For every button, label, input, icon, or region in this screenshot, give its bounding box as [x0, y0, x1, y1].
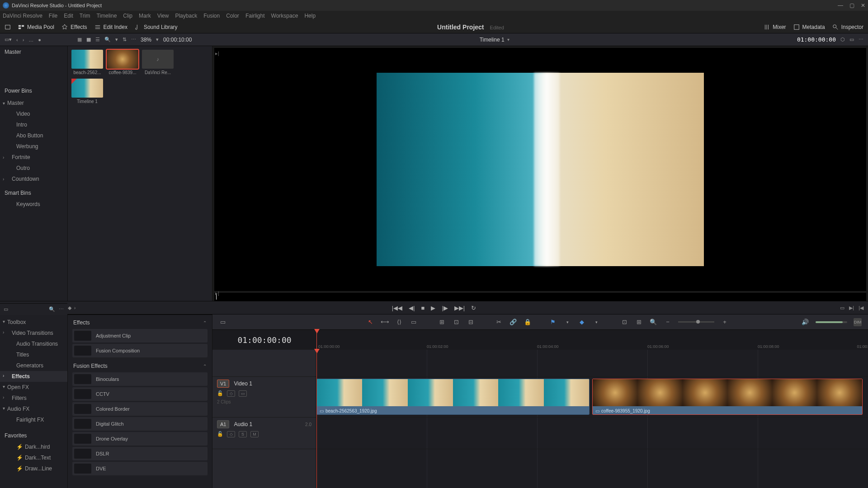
marker-nav-icon[interactable]: ◆	[68, 305, 71, 311]
bin-outro[interactable]: Outro	[0, 163, 67, 174]
first-frame-button[interactable]: |◀◀	[392, 305, 402, 311]
last-frame-button[interactable]: ▶▶|	[454, 305, 465, 311]
flag-icon[interactable]: ⚑	[549, 318, 557, 326]
viewer-timecode[interactable]: 01:00:00:00	[797, 36, 836, 43]
master-bin-header[interactable]: Master	[0, 46, 67, 58]
fx-open-fx[interactable]: ▾Open FX	[0, 382, 67, 393]
playhead[interactable]	[316, 330, 317, 350]
bin-werbung[interactable]: Werbung	[0, 141, 67, 152]
volume-slider[interactable]	[816, 321, 847, 323]
timeline-dropdown-icon[interactable]: ▾	[507, 37, 509, 42]
effects-search-icon[interactable]: 🔍	[49, 306, 55, 312]
flag-dropdown-icon[interactable]: ▾	[563, 318, 571, 326]
stop-button[interactable]: ■	[421, 305, 425, 311]
replace-clip-icon[interactable]: ⊟	[467, 318, 475, 326]
menu-mark[interactable]: Mark	[139, 13, 151, 19]
fx-dslr[interactable]: DSLR	[72, 447, 208, 460]
menu-davinci-resolve[interactable]: DaVinci Resolve	[3, 13, 42, 19]
dynamic-trim-icon[interactable]: ⟨⟩	[395, 318, 403, 326]
fx-video-transitions[interactable]: ›Video Transitions	[0, 328, 67, 338]
fx-generators[interactable]: Generators	[0, 360, 67, 371]
fx-fav-3[interactable]: ⚡Draw...Line	[0, 463, 67, 474]
loop-button[interactable]: ↻	[471, 305, 476, 311]
timeline-ruler[interactable]: 01:00:00:00 01:00:02:00 01:00:04:00 01:0…	[316, 330, 868, 350]
breadcrumb-dots[interactable]: …	[28, 37, 33, 42]
viewer-scrubber[interactable]	[214, 293, 866, 301]
fx-drone-overlay[interactable]: Drone Overlay	[72, 432, 208, 446]
filter-button[interactable]: ⇅	[123, 37, 127, 42]
quick-export-button[interactable]	[5, 24, 11, 30]
selection-tool-icon[interactable]: ↖	[366, 318, 374, 326]
media-thumb-coffee[interactable]: coffee-9839...	[107, 50, 138, 75]
effects-library-toggle[interactable]: Effects	[61, 24, 87, 30]
zoom-custom-icon[interactable]: 🔍	[649, 318, 657, 326]
a1-mute-button[interactable]: M	[250, 431, 259, 437]
inspector-toggle[interactable]: Inspector	[832, 24, 863, 30]
menu-help[interactable]: Help	[304, 13, 316, 19]
minimize-button[interactable]: —	[838, 2, 843, 9]
bin-video[interactable]: Video	[0, 108, 67, 119]
viewer-canvas[interactable]	[214, 48, 866, 291]
fx-adjustment-clip[interactable]: Adjustment Clip	[72, 329, 208, 343]
fx-fairlight-fx[interactable]: Fairlight FX	[0, 414, 67, 425]
menu-playback[interactable]: Playback	[175, 13, 197, 19]
mixer-toggle[interactable]: Mixer	[764, 24, 786, 30]
next-edit-icon[interactable]: ›	[74, 305, 76, 311]
menu-workspace[interactable]: Workspace	[271, 13, 298, 19]
sort-dropdown[interactable]: ▾	[115, 37, 118, 42]
effects-options-icon[interactable]: ⋯	[59, 306, 64, 312]
bin-intro[interactable]: Intro	[0, 119, 67, 130]
bin-abo-button[interactable]: Abo Button	[0, 130, 67, 141]
match-frame-icon[interactable]: ▭	[840, 305, 844, 311]
linked-selection-icon[interactable]: 🔗	[509, 318, 517, 326]
audio-track-header[interactable]: A1 Audio 1 2.0 🔓 ◇ S M	[212, 418, 316, 449]
fx-titles[interactable]: Titles	[0, 349, 67, 360]
close-button[interactable]: ✕	[861, 2, 865, 9]
media-pool-toggle[interactable]: Media Pool	[18, 24, 54, 30]
options-button[interactable]: ⋯	[131, 37, 136, 42]
fx-digital-glitch[interactable]: Digital Glitch	[72, 417, 208, 431]
fx-colored-border[interactable]: Colored Border	[72, 402, 208, 416]
power-bins-header[interactable]: Power Bins	[0, 85, 67, 97]
fx-group-fusion-effects[interactable]: Fusion Effects⌃	[72, 361, 208, 371]
fx-binoculars[interactable]: Binoculars	[72, 372, 208, 386]
nav-back-button[interactable]: ‹	[16, 37, 18, 42]
fx-toolbox[interactable]: ▾Toolbox	[0, 317, 67, 328]
zoom-slider[interactable]	[678, 321, 714, 323]
timeline-playhead-line[interactable]	[316, 350, 317, 488]
clip-beach[interactable]: ▭beach-2562563_1920.jpg	[316, 379, 590, 415]
position-lock-icon[interactable]: 🔒	[524, 318, 532, 326]
menu-timeline[interactable]: Timeline	[96, 13, 117, 19]
search-icon[interactable]: 🔍	[104, 37, 111, 42]
clip-coffee[interactable]: ▭coffee-983955_1920.jpg	[592, 379, 863, 415]
fx-dve[interactable]: DVE	[72, 462, 208, 475]
fx-fav-1[interactable]: ⚡Dark...hird	[0, 441, 67, 452]
a1-auto-select-icon[interactable]: ◇	[227, 431, 235, 437]
fx-fusion-composition[interactable]: Fusion Composition	[72, 344, 208, 357]
a1-lock-icon[interactable]: 🔓	[217, 431, 223, 437]
marker-dropdown-icon[interactable]: ▾	[592, 318, 600, 326]
mute-icon[interactable]: 🔊	[801, 318, 809, 326]
fx-audio-fx[interactable]: ▾Audio FX	[0, 404, 67, 414]
dim-icon[interactable]: DIM	[854, 318, 862, 326]
single-viewer-icon[interactable]: ▭	[849, 37, 854, 42]
media-thumb-beach[interactable]: beach-2562...	[71, 50, 103, 75]
edit-index-toggle[interactable]: Edit Index	[94, 24, 127, 30]
zoom-full-icon[interactable]: ⊡	[620, 318, 628, 326]
menu-clip[interactable]: Clip	[123, 13, 132, 19]
nav-forward-button[interactable]: ›	[23, 37, 24, 42]
viewer-options-icon[interactable]: ⋯	[859, 37, 863, 42]
v1-disable-icon[interactable]: ▭	[239, 390, 247, 397]
fx-audio-transitions[interactable]: Audio Transitions	[0, 338, 67, 349]
view-list-icon[interactable]: ☰	[95, 37, 100, 42]
viewer-expand-in-icon[interactable]: ▸|	[215, 51, 219, 56]
blade-tool-icon[interactable]: ▭	[410, 318, 418, 326]
a1-lane[interactable]	[316, 418, 868, 449]
zoom-in-icon[interactable]: +	[721, 318, 729, 326]
bin-countdown[interactable]: ›Countdown	[0, 174, 67, 184]
panel-layout-button[interactable]: ▭▾	[5, 37, 12, 42]
a1-badge[interactable]: A1	[217, 420, 229, 428]
insert-clip-icon[interactable]: ⊞	[438, 318, 446, 326]
timeline-view-options-icon[interactable]: ▭	[219, 318, 227, 326]
next-frame-button[interactable]: |▶	[442, 305, 448, 311]
